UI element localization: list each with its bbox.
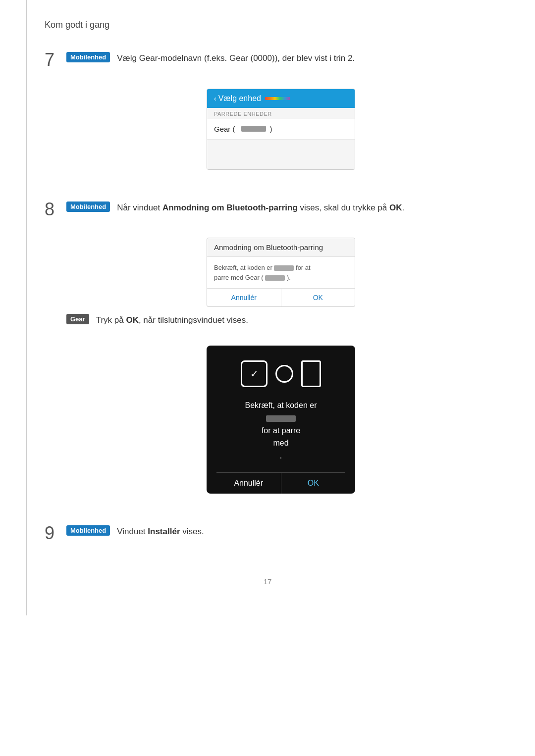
step8-text-ok: OK xyxy=(389,203,402,212)
step8-text: Når vinduet Anmodning om Bluetooth-parri… xyxy=(117,202,404,214)
gear-list-item[interactable]: Gear ( ) xyxy=(207,119,355,140)
gear-substep-text-after: , når tilslutningsvinduet vises. xyxy=(139,315,248,325)
breadcrumb: Kom godt i gang xyxy=(45,20,495,30)
gear-substep: Gear Tryk på OK, når tilslutningsvinduet… xyxy=(66,312,495,327)
step-7: 7 Mobilenhed Vælg Gear-modelnavn (f.eks.… xyxy=(45,50,495,175)
bt-dialog-buttons: Annullér OK xyxy=(207,288,355,306)
bt-body-text2: for at xyxy=(296,264,311,271)
gear-item-blurred xyxy=(241,126,266,132)
gear-cancel-button[interactable]: Annullér xyxy=(216,473,281,494)
gear-confirm-line3: med xyxy=(216,437,345,450)
bt-close-paren: ). xyxy=(287,274,291,281)
check-icon: ✓ xyxy=(250,368,259,380)
page-number: 17 xyxy=(40,577,495,586)
step8-text-end: . xyxy=(402,203,404,212)
mobilenhed-badge-9: Mobilenhed xyxy=(66,525,110,536)
gear-confirm-line2: for at parre xyxy=(216,424,345,437)
bt-dialog-body: Bekræft, at koden er for at parre med Ge… xyxy=(207,257,355,288)
gear-watch-icon: ✓ xyxy=(241,360,268,387)
step8-text-part1: Når vinduet xyxy=(117,203,162,212)
gear-badge-substep: Gear xyxy=(66,314,89,324)
color-stripe xyxy=(265,97,290,100)
step-number-8: 8 xyxy=(45,200,59,219)
bt-body-text1: Bekræft, at koden er xyxy=(214,264,272,271)
gear-confirm-buttons: Annullér OK xyxy=(216,472,345,494)
step8-text-part2: vises, skal du trykke på xyxy=(298,203,389,212)
gear-substep-text-ok: OK xyxy=(126,315,139,325)
gear-substep-text: Tryk på OK, når tilslutningsvinduet vise… xyxy=(96,314,248,327)
step9-text-after: vises. xyxy=(180,527,204,536)
mobilenhed-badge-7: Mobilenhed xyxy=(66,52,110,62)
gear-circle-icon xyxy=(275,365,293,383)
gear-confirm-screenshot: ✓ Bekræft, at koden er for at parre med … xyxy=(66,346,495,494)
vaelg-enhed-header: ‹ Vælg enhed xyxy=(207,89,355,108)
step7-text: Vælg Gear-modelnavn (f.eks. Gear (0000))… xyxy=(117,52,355,65)
gear-confirm-line1: Bekræft, at koden er xyxy=(216,399,345,412)
step-8: 8 Mobilenhed Når vinduet Anmodning om Bl… xyxy=(45,200,495,499)
gear-icons-row: ✓ xyxy=(216,360,345,387)
empty-area xyxy=(207,140,355,169)
gear-blurred-code xyxy=(266,415,296,422)
mobilenhed-badge-8: Mobilenhed xyxy=(66,202,110,212)
bt-dialog-screenshot: Anmodning om Bluetooth-parring Bekræft, … xyxy=(66,238,495,307)
gear-ok-button[interactable]: OK xyxy=(281,473,346,494)
step-9: 9 Mobilenhed Vinduet Installér vises. xyxy=(45,523,495,553)
step9-text: Vinduet Installér vises. xyxy=(117,525,204,538)
vaelg-enhed-screenshot: ‹ Vælg enhed PARREDE ENHEDER Gear ( ) xyxy=(66,89,495,170)
step8-text-bold: Anmodning om Bluetooth-parring xyxy=(162,203,298,212)
step-number-7: 7 xyxy=(45,50,59,70)
gear-confirm-dot: . xyxy=(280,452,282,460)
bt-dialog-title: Anmodning om Bluetooth-parring xyxy=(207,238,355,257)
bt-blurred-code xyxy=(274,265,294,271)
gear-item-close-paren: ) xyxy=(270,125,272,133)
gear-confirm-text: Bekræft, at koden er for at parre med . xyxy=(216,399,345,462)
bt-blurred-gear xyxy=(265,275,285,281)
bt-cancel-button[interactable]: Annullér xyxy=(207,289,281,306)
bt-ok-button[interactable]: OK xyxy=(281,289,355,306)
step9-text-before: Vinduet xyxy=(117,527,148,536)
gear-phone-icon xyxy=(301,360,321,387)
step9-text-bold: Installér xyxy=(148,527,180,536)
gear-substep-text-before: Tryk på xyxy=(96,315,126,325)
parrede-enheder-label: PARREDE ENHEDER xyxy=(207,108,355,119)
gear-item-text: Gear ( xyxy=(214,125,235,133)
back-chevron-icon: ‹ xyxy=(214,95,216,102)
step-number-9: 9 xyxy=(45,523,59,543)
bt-body-text3: parre med Gear ( xyxy=(214,274,264,281)
vaelg-enhed-title: Vælg enhed xyxy=(218,94,261,103)
